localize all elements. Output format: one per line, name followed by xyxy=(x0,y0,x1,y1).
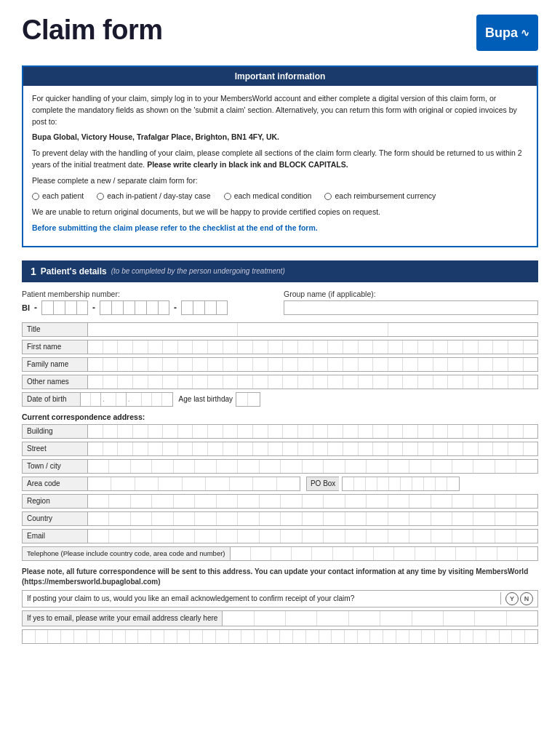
email-write-cell[interactable] xyxy=(444,611,475,626)
age-cell[interactable] xyxy=(236,393,248,406)
name-cell[interactable] xyxy=(463,375,479,389)
name-cell[interactable] xyxy=(524,358,538,371)
area-code-inner[interactable]: Area code xyxy=(22,477,300,491)
name-cell[interactable] xyxy=(88,358,103,371)
name-cell[interactable] xyxy=(359,340,374,354)
email-cells[interactable] xyxy=(88,530,537,543)
addr-cell[interactable] xyxy=(367,512,388,525)
addr-cell[interactable] xyxy=(152,460,173,473)
name-cell[interactable] xyxy=(268,340,284,354)
addr-cell[interactable] xyxy=(118,442,133,455)
po-cell[interactable] xyxy=(401,477,412,490)
name-cell[interactable] xyxy=(403,358,418,371)
name-cell[interactable] xyxy=(508,340,524,354)
name-cell[interactable] xyxy=(133,375,148,389)
name-cell[interactable] xyxy=(223,358,239,371)
email-write-cell[interactable] xyxy=(380,611,412,626)
po-cell[interactable] xyxy=(447,477,459,490)
addr-cell[interactable] xyxy=(303,530,324,543)
name-cell[interactable] xyxy=(283,358,298,371)
tel-cell[interactable] xyxy=(333,547,353,560)
name-cell[interactable] xyxy=(479,358,494,371)
first-name-cells[interactable] xyxy=(88,340,537,354)
name-cell[interactable] xyxy=(403,340,418,354)
addr-cell[interactable] xyxy=(516,460,537,473)
name-cell[interactable] xyxy=(328,358,343,371)
name-cell[interactable] xyxy=(448,375,463,389)
addr-cell[interactable] xyxy=(131,512,152,525)
name-cell[interactable] xyxy=(103,358,119,371)
dob-y4[interactable] xyxy=(162,393,172,406)
email-write-cell[interactable] xyxy=(475,611,506,626)
mem-cell[interactable] xyxy=(100,300,111,315)
name-cell[interactable] xyxy=(479,340,494,354)
addr-cell[interactable] xyxy=(388,495,409,508)
area-cell[interactable] xyxy=(277,477,300,490)
addr-cell[interactable] xyxy=(508,425,524,438)
name-cell[interactable] xyxy=(479,375,494,389)
name-cell[interactable] xyxy=(118,358,133,371)
name-cell[interactable] xyxy=(148,375,164,389)
no-button[interactable]: N xyxy=(520,592,533,605)
addr-cell[interactable] xyxy=(88,442,103,455)
name-cell[interactable] xyxy=(493,340,508,354)
tel-cell[interactable] xyxy=(518,547,537,560)
addr-cell[interactable] xyxy=(152,495,173,508)
name-cell[interactable] xyxy=(223,340,239,354)
addr-cell[interactable] xyxy=(238,512,259,525)
addr-cell[interactable] xyxy=(418,425,433,438)
addr-cell[interactable] xyxy=(283,442,298,455)
name-cell[interactable] xyxy=(433,358,449,371)
addr-cell[interactable] xyxy=(328,442,343,455)
addr-cell[interactable] xyxy=(367,495,388,508)
name-cell[interactable] xyxy=(388,358,404,371)
name-cell[interactable] xyxy=(208,375,223,389)
dob-m2[interactable] xyxy=(116,393,127,406)
addr-cell[interactable] xyxy=(463,425,479,438)
tel-cell[interactable] xyxy=(271,547,292,560)
tel-cell[interactable] xyxy=(415,547,436,560)
addr-cell[interactable] xyxy=(133,425,148,438)
name-cell[interactable] xyxy=(463,340,479,354)
name-cell[interactable] xyxy=(298,375,313,389)
tel-cell[interactable] xyxy=(231,547,251,560)
group-name-input[interactable] xyxy=(284,300,538,315)
addr-cell[interactable] xyxy=(433,442,449,455)
addr-cell[interactable] xyxy=(463,442,479,455)
addr-cell[interactable] xyxy=(133,442,148,455)
title-cell[interactable] xyxy=(388,323,537,336)
addr-cell[interactable] xyxy=(373,425,388,438)
telephone-row[interactable]: Telephone (Please include country code, … xyxy=(22,546,538,561)
addr-cell[interactable] xyxy=(281,460,302,473)
addr-cell[interactable] xyxy=(524,442,538,455)
addr-cell[interactable] xyxy=(217,512,238,525)
addr-cell[interactable] xyxy=(495,530,516,543)
addr-cell[interactable] xyxy=(174,460,195,473)
street-cells[interactable] xyxy=(88,442,537,455)
dob-y3[interactable] xyxy=(152,393,162,406)
name-cell[interactable] xyxy=(343,358,359,371)
addr-cell[interactable] xyxy=(238,442,253,455)
po-cell[interactable] xyxy=(424,477,436,490)
addr-cell[interactable] xyxy=(163,425,178,438)
addr-cell[interactable] xyxy=(148,425,164,438)
other-names-cells[interactable] xyxy=(88,375,537,389)
addr-cell[interactable] xyxy=(260,460,281,473)
addr-cell[interactable] xyxy=(88,460,109,473)
addr-cell[interactable] xyxy=(473,512,495,525)
addr-cell[interactable] xyxy=(452,512,473,525)
name-cell[interactable] xyxy=(313,375,329,389)
name-cell[interactable] xyxy=(448,340,463,354)
name-cell[interactable] xyxy=(313,358,329,371)
name-cell[interactable] xyxy=(433,375,449,389)
town-cells[interactable] xyxy=(88,460,537,473)
addr-cell[interactable] xyxy=(431,512,452,525)
dob-field[interactable]: Date of birth . . xyxy=(22,392,173,407)
po-cell[interactable] xyxy=(354,477,366,490)
title-cells[interactable] xyxy=(88,323,537,336)
addr-cell[interactable] xyxy=(298,442,313,455)
addr-cell[interactable] xyxy=(479,442,494,455)
name-cell[interactable] xyxy=(328,340,343,354)
country-row[interactable]: Country xyxy=(22,511,538,526)
addr-cell[interactable] xyxy=(118,425,133,438)
